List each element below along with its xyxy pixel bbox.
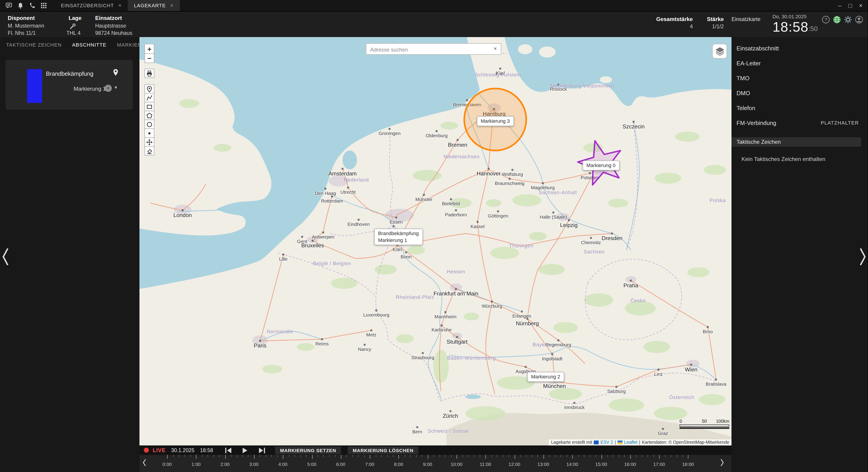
timeline-tick-minor — [433, 455, 434, 457]
map-area[interactable]: KielRostockSzczecinHamburgBremerhavenBre… — [140, 37, 732, 445]
panel-tab-abschnitte[interactable]: ABSCHNITTE — [72, 42, 106, 48]
panel-tab-markierungen[interactable]: MARKIERUNGEN — [117, 42, 139, 48]
timeline-tick-minor — [508, 455, 509, 457]
timeline-tick-minor — [248, 455, 249, 457]
skip-forward-button[interactable] — [255, 447, 269, 453]
lagekarte-app: EINSATZÜBERSICHT×LAGEKARTE× – □ × Dispon… — [0, 0, 868, 472]
timeline-tick-minor — [566, 455, 567, 457]
leaflet-link[interactable]: Leaflet — [624, 440, 638, 445]
collapse-right-panel-chevron[interactable] — [858, 247, 867, 268]
draw-polyline-button[interactable] — [145, 93, 154, 102]
timeline-tick-minor — [202, 455, 202, 457]
einsatzkarte-link[interactable]: Einsatzkarte — [732, 16, 761, 22]
timeline-tick-minor — [537, 455, 538, 457]
sidebar-row[interactable]: DMO — [732, 85, 868, 100]
layers-button[interactable] — [712, 43, 727, 59]
dropdown-caret-icon[interactable]: ▾ — [115, 85, 117, 90]
scale-max: 100km — [716, 419, 730, 424]
zoom-in-button[interactable]: + — [145, 43, 154, 54]
tab-close-icon[interactable]: × — [118, 3, 122, 8]
bell-icon[interactable] — [17, 2, 24, 9]
playback-time: 18:58 — [200, 447, 213, 453]
esv-link[interactable]: ESV 2 — [600, 440, 613, 445]
close-button[interactable]: × — [856, 0, 866, 11]
sidebar-row[interactable]: EA-Leiter — [732, 55, 868, 70]
remove-marker-button[interactable]: × — [105, 85, 112, 92]
timeline-tick — [659, 455, 659, 459]
sidebar-row[interactable]: Einsatzabschnitt — [732, 40, 868, 55]
taktische-zeichen-empty: Kein Taktisches Zeichen enthalten — [741, 156, 825, 162]
print-button[interactable] — [145, 69, 154, 78]
timeline-tick-minor — [451, 455, 451, 457]
sidebar-row-label: DMO — [737, 89, 750, 96]
timeline-tick-minor — [422, 455, 422, 457]
map-canvas[interactable] — [140, 37, 732, 445]
globe-icon[interactable] — [833, 15, 841, 26]
settings-gear-icon[interactable] — [844, 15, 852, 26]
draw-marker-button[interactable] — [145, 84, 154, 94]
user-icon[interactable] — [855, 15, 863, 26]
draw-rectangle-button[interactable] — [145, 102, 154, 111]
timeline-hour-label: 8:00 — [394, 462, 403, 467]
collapse-left-panel-chevron[interactable] — [1, 247, 10, 268]
timeline-tick-minor — [393, 455, 393, 457]
taktische-zeichen-header: Taktische Zeichen — [732, 137, 861, 147]
timeline-tick-minor — [184, 455, 185, 457]
draw-circle-button[interactable] — [145, 120, 154, 129]
abschnitt-card[interactable]: Brandbekämpfung Markierung 1 × ▾ — [5, 60, 133, 109]
draw-circlemarker-button[interactable] — [145, 128, 154, 138]
titlebar-tab[interactable]: LAGEKARTE× — [128, 0, 180, 11]
timeline-tick-minor — [624, 455, 625, 457]
timeline-tick-minor — [323, 455, 324, 457]
sidebar-row[interactable]: Telefon — [732, 100, 868, 115]
timeline-tick-minor — [595, 455, 596, 457]
tab-close-icon[interactable]: × — [170, 3, 174, 8]
draw-polygon-button[interactable] — [145, 111, 154, 120]
search-input[interactable] — [366, 44, 488, 55]
apps-grid-icon[interactable] — [40, 2, 47, 9]
timeline-hour-label: 9:00 — [423, 462, 432, 467]
timeline-right-arrow[interactable] — [720, 459, 724, 469]
sidebar-row[interactable]: TMO — [732, 70, 868, 85]
set-marker-button[interactable]: MARKIERUNG SETZEN — [275, 446, 341, 454]
timeline[interactable]: 0:001:002:003:004:005:006:007:008:009:00… — [140, 455, 732, 472]
timeline-tick — [196, 455, 196, 459]
timeline-tick — [399, 455, 399, 459]
phone-icon[interactable] — [29, 2, 35, 9]
timeline-tick-minor — [318, 455, 318, 457]
timeline-hour-label: 10:00 — [451, 462, 463, 467]
maximize-button[interactable]: □ — [846, 0, 855, 11]
transport-controls — [222, 447, 269, 453]
panel-tab-taktische-zeichen[interactable]: TAKTISCHE ZEICHEN — [6, 42, 62, 48]
delete-marker-button[interactable]: MARKIERUNG LÖSCHEN — [348, 446, 418, 454]
scale-zero: 0 — [680, 419, 682, 424]
timeline-tick-minor — [532, 455, 532, 457]
sidebar-row[interactable]: FM-VerbindungPLATZHALTER — [732, 115, 868, 130]
timeline-tick-minor — [237, 455, 237, 457]
timeline-hour-label: 2:00 — [220, 462, 230, 467]
eraser-button[interactable] — [145, 146, 154, 156]
skip-back-button[interactable] — [222, 447, 235, 453]
play-button[interactable] — [239, 447, 252, 453]
chat-icon[interactable] — [5, 2, 12, 9]
timeline-tick-minor — [364, 455, 364, 457]
timeline-tick-minor — [277, 455, 278, 457]
help-icon[interactable]: ? — [822, 15, 830, 26]
timeline-tick-minor — [213, 455, 214, 457]
minimize-button[interactable]: – — [835, 0, 844, 11]
timeline-tick-minor — [260, 455, 260, 457]
left-panel: TAKTISCHE ZEICHENABSCHNITTEMARKIERUNGEN … — [0, 37, 140, 472]
timeline-tick-minor — [358, 455, 359, 457]
sidebar-row-label: TMO — [737, 74, 749, 81]
timeline-tick-minor — [555, 455, 555, 457]
timeline-tick-minor — [636, 455, 636, 457]
timeline-tick-minor — [289, 455, 289, 457]
location-pin-icon[interactable] — [112, 69, 119, 79]
titlebar-tab[interactable]: EINSATZÜBERSICHT× — [55, 0, 128, 11]
edit-move-button[interactable] — [145, 137, 154, 147]
clock: Do, 30.01.2025 18:58 :50 — [772, 14, 823, 34]
timeline-tick-minor — [271, 455, 272, 457]
timeline-tick-minor — [619, 455, 619, 457]
search-clear-icon[interactable]: × — [494, 45, 497, 52]
zoom-out-button[interactable]: − — [145, 53, 154, 63]
